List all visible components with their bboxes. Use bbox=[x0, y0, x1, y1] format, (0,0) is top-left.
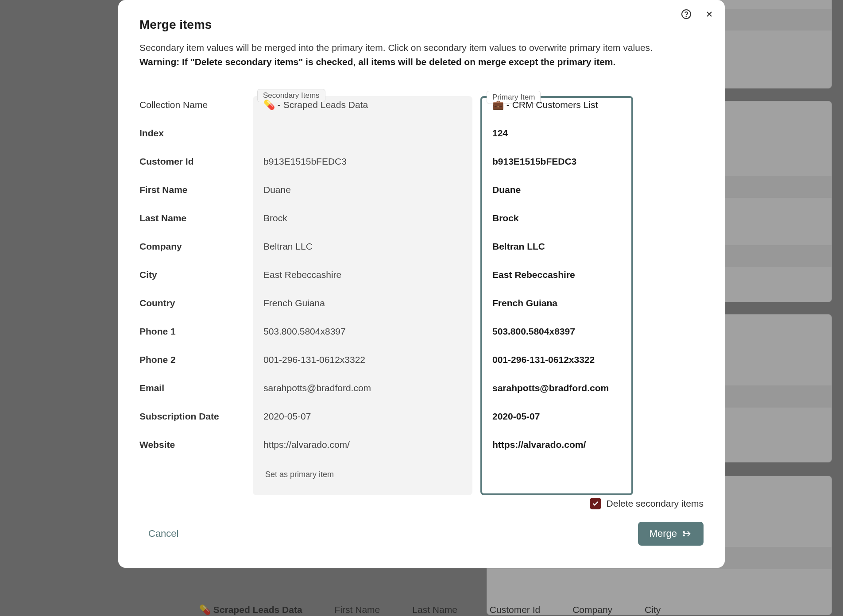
field-row: CompanyBeltran LLCBeltran LLC bbox=[139, 232, 704, 261]
field-row: Phone 2001-296-131-0612x3322001-296-131-… bbox=[139, 346, 704, 374]
primary-value-cell: 001-296-131-0612x3322 bbox=[482, 346, 704, 373]
svg-point-1 bbox=[686, 16, 687, 17]
field-label: Collection Name bbox=[139, 92, 246, 118]
field-row: Emailsarahpotts@bradford.comsarahpotts@b… bbox=[139, 374, 704, 402]
svg-point-4 bbox=[683, 531, 684, 533]
primary-value-cell: 2020-05-07 bbox=[482, 403, 704, 430]
primary-value-cell: sarahpotts@bradford.com bbox=[482, 375, 704, 401]
primary-value-cell: 💼 - CRM Customers List bbox=[482, 92, 704, 118]
field-row: CityEast RebeccashireEast Rebeccashire bbox=[139, 261, 704, 289]
field-row: Collection Name💊 - Scraped Leads Data💼 -… bbox=[139, 91, 704, 119]
modal-title: Merge items bbox=[139, 18, 704, 32]
delete-secondary-checkbox-row: Delete secondary items bbox=[139, 498, 704, 509]
secondary-value-cell[interactable]: Duane bbox=[253, 177, 475, 203]
field-row: Last NameBrockBrock bbox=[139, 204, 704, 232]
secondary-value-cell[interactable] bbox=[253, 125, 475, 141]
close-icon[interactable] bbox=[705, 10, 714, 19]
primary-value-cell: https://alvarado.com/ bbox=[482, 431, 704, 458]
field-label: Subscription Date bbox=[139, 403, 246, 430]
primary-value-cell: Beltran LLC bbox=[482, 233, 704, 260]
merge-button[interactable]: Merge bbox=[638, 522, 704, 546]
field-row: Customer Idb913E1515bFEDC3b913E1515bFEDC… bbox=[139, 147, 704, 176]
secondary-value-cell[interactable]: 2020-05-07 bbox=[253, 403, 475, 430]
field-row: Subscription Date2020-05-072020-05-07 bbox=[139, 402, 704, 431]
secondary-value-cell[interactable]: East Rebeccashire bbox=[253, 262, 475, 288]
delete-secondary-checkbox[interactable] bbox=[590, 498, 601, 509]
help-icon[interactable] bbox=[681, 9, 692, 19]
primary-value-cell: b913E1515bFEDC3 bbox=[482, 148, 704, 175]
field-label: City bbox=[139, 262, 246, 288]
primary-value-cell: 503.800.5804x8397 bbox=[482, 318, 704, 345]
secondary-value-cell[interactable]: French Guiana bbox=[253, 290, 475, 316]
field-label: First Name bbox=[139, 177, 246, 203]
secondary-value-cell[interactable]: Brock bbox=[253, 205, 475, 231]
field-row: First NameDuaneDuane bbox=[139, 176, 704, 204]
merge-arrow-icon bbox=[682, 529, 692, 539]
field-label: Last Name bbox=[139, 205, 246, 231]
field-row: Phone 1503.800.5804x8397503.800.5804x839… bbox=[139, 317, 704, 346]
primary-value-cell: Brock bbox=[482, 205, 704, 231]
field-row: Websitehttps://alvarado.com/https://alva… bbox=[139, 431, 704, 459]
merge-items-modal: Merge items Secondary item values will b… bbox=[118, 0, 725, 568]
delete-secondary-label: Delete secondary items bbox=[607, 498, 704, 509]
merge-comparison-table: Secondary Items Primary Item Collection … bbox=[139, 91, 704, 490]
primary-value-cell: East Rebeccashire bbox=[482, 262, 704, 288]
modal-footer: Cancel Merge bbox=[139, 522, 704, 546]
secondary-value-cell[interactable]: https://alvarado.com/ bbox=[253, 431, 475, 458]
primary-value-cell: French Guiana bbox=[482, 290, 704, 316]
modal-overlay: Merge items Secondary item values will b… bbox=[0, 0, 843, 616]
secondary-value-cell[interactable]: b913E1515bFEDC3 bbox=[253, 148, 475, 175]
secondary-value-cell[interactable]: 001-296-131-0612x3322 bbox=[253, 346, 475, 373]
field-label: Phone 2 bbox=[139, 346, 246, 373]
primary-value-cell: Duane bbox=[482, 177, 704, 203]
field-label: Customer Id bbox=[139, 148, 246, 175]
field-label: Country bbox=[139, 290, 246, 316]
secondary-value-cell[interactable]: Beltran LLC bbox=[253, 233, 475, 260]
svg-point-5 bbox=[683, 535, 684, 536]
field-label: Phone 1 bbox=[139, 318, 246, 345]
primary-value-cell: 124 bbox=[482, 120, 704, 146]
secondary-value-cell[interactable]: 💊 - Scraped Leads Data bbox=[253, 92, 475, 118]
field-label: Email bbox=[139, 375, 246, 401]
set-as-primary-button[interactable]: Set as primary item bbox=[253, 462, 475, 487]
field-label: Website bbox=[139, 431, 246, 458]
secondary-value-cell[interactable]: sarahpotts@bradford.com bbox=[253, 375, 475, 401]
cancel-button[interactable]: Cancel bbox=[139, 523, 187, 545]
field-label: Company bbox=[139, 233, 246, 260]
secondary-value-cell[interactable]: 503.800.5804x8397 bbox=[253, 318, 475, 345]
field-row: CountryFrench GuianaFrench Guiana bbox=[139, 289, 704, 317]
modal-description: Secondary item values will be merged int… bbox=[139, 41, 704, 69]
field-label: Index bbox=[139, 120, 246, 146]
